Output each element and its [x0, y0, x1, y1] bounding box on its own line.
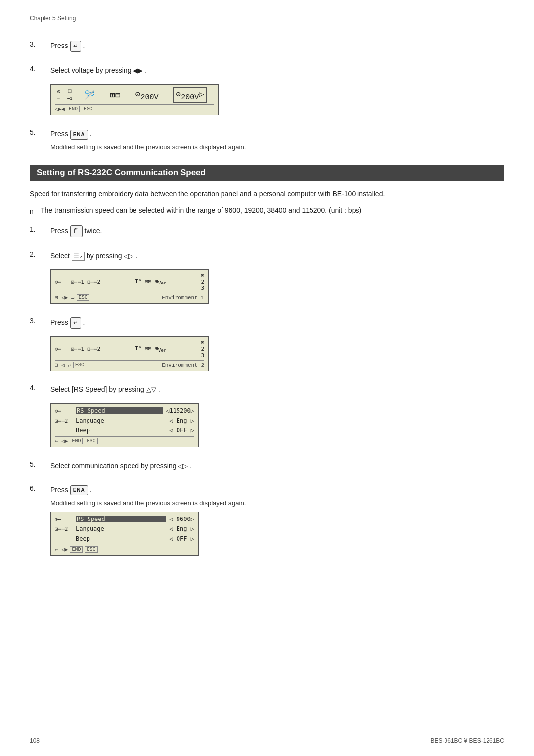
env2-lcd: ⊘⋯ ⊡⋯⋯1 ⊡⋯⋯2 T° ⊟⊟ ⊞Ver ⊡23 ⊟ ◁ ↵ ESC En… — [50, 336, 209, 371]
step-num: 6. — [30, 484, 44, 492]
intro-text: Speed for transferring embroidery data b… — [30, 189, 504, 200]
enter-key: ↵ — [70, 317, 81, 329]
sub-note: Modified setting is saved and the previo… — [50, 143, 504, 151]
lcd-esc: ESC — [85, 438, 97, 444]
ena-key: ENA — [70, 485, 88, 495]
lcd-esc-btn: ESC — [82, 106, 94, 112]
step-3-top: 3. Press ↵ . — [30, 40, 504, 56]
env-label: Enviromment 2 — [162, 362, 204, 368]
step-num: 3. — [30, 40, 44, 48]
step-5-top: 5. Press ENA . Modified setting is saved… — [30, 128, 504, 150]
arrow-symbol: △▽ — [146, 386, 156, 393]
arrow-symbol: ◁▷ — [124, 252, 134, 260]
step-num: 2. — [30, 250, 44, 258]
step-4-top: 4. Select voltage by pressing ◀▶ . ⊘⋯ □⋯… — [30, 65, 504, 119]
step-content: Select voltage by pressing ◀▶ . ⊘⋯ □⋯1 🪡… — [50, 65, 504, 119]
arrow-symbol: ◀▶ — [133, 67, 143, 74]
section-title: Setting of RS-232C Communication Speed — [30, 165, 504, 181]
page-number: 108 — [30, 737, 40, 744]
lcd-esc: ESC — [85, 546, 97, 553]
note-bullet: n — [30, 206, 41, 217]
arrow-symbol: ◁▷ — [178, 462, 188, 470]
lcd-nav: ⇐ ◁▶ — [55, 438, 68, 444]
step-content: Select [RS Speed] by pressing △▽ . ⊘⋯ RS… — [50, 384, 504, 451]
env1-lcd: ⊘⋯ ⊡⋯⋯1 ⊡⋯⋯2 T° ⊟⊟ ⊞Ver ⊡23 ⊟ ◁▶ ↵ ESC E… — [50, 269, 209, 304]
step-label: Press — [50, 42, 70, 49]
step-6-bottom: 6. Press ENA . Modified setting is saved… — [30, 484, 504, 560]
lcd-end: END — [70, 546, 83, 553]
step-num: 5. — [30, 460, 44, 468]
step-5-bottom: 5. Select communication speed by pressin… — [30, 460, 504, 475]
voltage-icon-selected: ⊙200V▷ — [173, 87, 207, 103]
lcd-nav: ⊟ ◁ ↵ — [55, 362, 71, 368]
step-num: 4. — [30, 65, 44, 73]
lcd-esc: ESC — [77, 294, 89, 301]
sub-note: Modified setting is saved and the previo… — [50, 499, 504, 507]
note-text: The transmission speed can be selected w… — [41, 205, 361, 216]
doc-key: 🗒 — [70, 225, 83, 237]
step-2-bottom: 2. Select ☰₂ by pressing ◁▷ . ⊘⋯ ⊡⋯⋯1 ⊡⋯… — [30, 250, 504, 308]
lcd-end-btn: END — [67, 106, 80, 112]
step-4-bottom: 4. Select [RS Speed] by pressing △▽ . ⊘⋯… — [30, 384, 504, 451]
step-content: Press ENA . Modified setting is saved an… — [50, 128, 504, 150]
rsspeed2-lcd: ⊘⋯ RS Speed ◁ 9600▷ ⊡⋯⋯2 Language ◁ Eng … — [50, 512, 199, 556]
note-row: n The transmission speed can be selected… — [30, 205, 504, 217]
select-icon-env2: ☰₂ — [72, 252, 85, 261]
step-content: Press ↵ . ⊘⋯ ⊡⋯⋯1 ⊡⋯⋯2 T° ⊟⊟ ⊞Ver ⊡23 ⊟ … — [50, 317, 504, 375]
lcd-esc: ESC — [73, 362, 86, 368]
lcd-nav: ⇐ ◁▶ — [55, 546, 68, 553]
step-content: Press ↵ . — [50, 40, 504, 56]
enter-key: ↵ — [70, 41, 81, 52]
step-num: 4. — [30, 384, 44, 392]
step-1-bottom: 1. Press 🗒 twice. — [30, 225, 504, 241]
step-content: Press ENA . Modified setting is saved an… — [50, 484, 504, 560]
step-content: Select communication speed by pressing ◁… — [50, 460, 504, 475]
voltage-lcd: ⊘⋯ □⋯1 🪡 ⊞⊟ ⊙200V ⊙200V▷ ◁▶◀ END ESC — [50, 84, 219, 116]
step-num: 3. — [30, 317, 44, 325]
step-num: 1. — [30, 225, 44, 233]
env-label: Enviromment 1 — [162, 295, 204, 301]
chapter-header: Chapter 5 Setting — [30, 15, 504, 25]
step-3-bottom: 3. Press ↵ . ⊘⋯ ⊡⋯⋯1 ⊡⋯⋯2 T° ⊟⊟ ⊞Ver ⊡23… — [30, 317, 504, 375]
step-num: 5. — [30, 128, 44, 136]
lcd-nav-arrows: ◁▶◀ — [55, 106, 65, 112]
voltage-icon-t: ⊞⊟ — [110, 90, 121, 100]
voltage-icon-needle: 🪡 — [84, 90, 95, 100]
lcd-nav: ⊟ ◁▶ ↵ — [55, 294, 75, 301]
rsspeed1-lcd: ⊘⋯ RS Speed ◁115200▷ ⊡⋯⋯2 Language ◁ Eng… — [50, 403, 199, 447]
model-number: BES-961BC ¥ BES-1261BC — [431, 737, 504, 744]
step-content: Select ☰₂ by pressing ◁▷ . ⊘⋯ ⊡⋯⋯1 ⊡⋯⋯2 … — [50, 250, 504, 308]
lcd-end: END — [70, 438, 83, 444]
page-footer: 108 BES-961BC ¥ BES-1261BC — [0, 733, 534, 744]
voltage-icon-circle: ⊙200V — [135, 89, 159, 102]
step-content: Press 🗒 twice. — [50, 225, 504, 241]
ena-key: ENA — [70, 130, 88, 140]
